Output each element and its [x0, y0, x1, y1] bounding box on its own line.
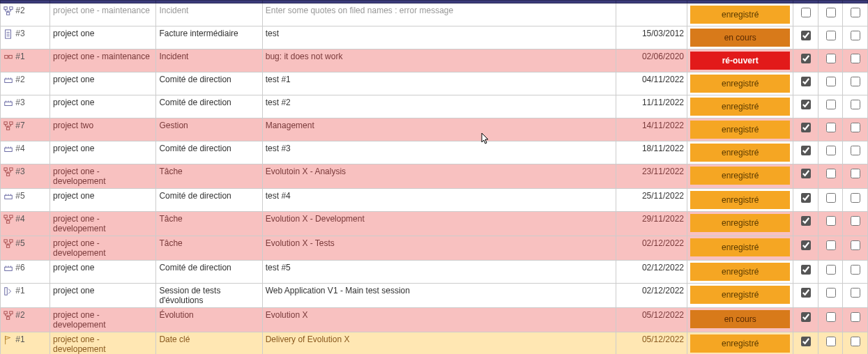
row-date: 11/11/2022: [616, 95, 687, 118]
row-checkbox-1[interactable]: [801, 337, 811, 346]
row-checkbox-3[interactable]: [851, 337, 860, 346]
row-project: project one - maintenance: [50, 49, 156, 72]
row-checkbox-3[interactable]: [851, 312, 860, 322]
row-checkbox-1[interactable]: [801, 265, 811, 275]
row-checkbox-1[interactable]: [801, 77, 811, 86]
row-checkbox-2[interactable]: [826, 312, 836, 322]
row-name: Evolutoin X - Analysis: [262, 164, 616, 189]
row-checkbox-3[interactable]: [851, 77, 860, 86]
row-checkbox-3[interactable]: [851, 54, 860, 63]
row-date: 04/11/2022: [616, 72, 687, 95]
row-checkbox-3[interactable]: [851, 240, 860, 250]
row-checkbox-1[interactable]: [801, 240, 811, 250]
svg-rect-18: [6, 221, 9, 224]
row-type-icon: [3, 167, 13, 176]
row-type-icon: [3, 98, 13, 107]
row-checkbox-2[interactable]: [826, 146, 836, 155]
row-checkbox-2[interactable]: [826, 100, 836, 109]
table-row[interactable]: #2project oneComité de directiontest #10…: [1, 72, 868, 95]
row-name: Management: [262, 118, 616, 141]
row-checkbox-2[interactable]: [826, 169, 836, 178]
table-row[interactable]: #1project one - developementDate cléDeli…: [1, 332, 868, 355]
row-date: 23/11/2022: [616, 164, 687, 189]
row-type: Comité de direction: [156, 141, 262, 164]
row-id: #2: [15, 75, 24, 84]
row-checkbox-1[interactable]: [801, 146, 811, 155]
row-checkbox-3[interactable]: [851, 123, 860, 132]
table-row[interactable]: #3project one - developementTâcheEvoluto…: [1, 164, 868, 189]
row-name: test: [262, 26, 616, 49]
row-project: project one - developement: [50, 164, 156, 189]
table-row[interactable]: #4project one - developementTâcheEvoluti…: [1, 212, 868, 236]
row-date: 14/11/2022: [616, 118, 687, 141]
table-row[interactable]: #1project oneSession de tests d'évolutio…: [1, 284, 868, 308]
row-checkbox-3[interactable]: [851, 146, 860, 155]
row-checkbox-3[interactable]: [851, 100, 860, 109]
row-checkbox-1[interactable]: [801, 193, 811, 203]
row-id: #4: [15, 214, 24, 224]
row-name: Enter some quotes on filed names : error…: [262, 3, 616, 26]
row-project: project one - maintenance: [50, 3, 156, 26]
row-checkbox-1[interactable]: [801, 8, 811, 17]
row-type: Tâche: [156, 212, 262, 236]
row-date: 25/11/2022: [616, 189, 687, 212]
svg-rect-22: [5, 267, 13, 270]
row-checkbox-1[interactable]: [801, 123, 811, 132]
row-checkbox-2[interactable]: [826, 193, 836, 203]
row-checkbox-2[interactable]: [826, 77, 836, 86]
svg-rect-20: [10, 240, 13, 243]
row-type: Comité de direction: [156, 189, 262, 212]
row-type: Évolution: [156, 308, 262, 332]
row-type: Session de tests d'évolutions: [156, 284, 262, 308]
row-checkbox-3[interactable]: [851, 193, 860, 203]
row-id: #4: [15, 144, 24, 153]
svg-rect-26: [6, 317, 9, 320]
row-checkbox-1[interactable]: [801, 54, 811, 63]
table-row[interactable]: #5project oneComité de directiontest #42…: [1, 189, 868, 212]
row-checkbox-1[interactable]: [801, 288, 811, 298]
status-badge: ré-ouvert: [690, 52, 790, 70]
svg-rect-21: [6, 245, 9, 248]
row-checkbox-3[interactable]: [851, 169, 860, 178]
table-row[interactable]: #5project one - developementTâcheEvoluti…: [1, 236, 868, 261]
row-checkbox-3[interactable]: [851, 8, 860, 17]
table-row[interactable]: #7project twoGestionManagement14/11/2022…: [1, 118, 868, 141]
row-checkbox-3[interactable]: [851, 216, 860, 226]
table-row[interactable]: #6project oneComité de directiontest #50…: [1, 261, 868, 284]
row-checkbox-2[interactable]: [826, 288, 836, 298]
row-checkbox-1[interactable]: [801, 100, 811, 109]
svg-rect-5: [9, 55, 12, 58]
row-checkbox-2[interactable]: [826, 54, 836, 63]
row-checkbox-2[interactable]: [826, 240, 836, 250]
row-checkbox-2[interactable]: [826, 216, 836, 226]
table-row[interactable]: #3project oneComité de directiontest #21…: [1, 95, 868, 118]
row-checkbox-2[interactable]: [826, 8, 836, 17]
row-checkbox-2[interactable]: [826, 337, 836, 346]
row-checkbox-3[interactable]: [851, 31, 860, 40]
row-checkbox-2[interactable]: [826, 265, 836, 275]
row-name: Evolution X - Development: [262, 212, 616, 236]
table-row[interactable]: #1project one - maintenanceIncidentbug: …: [1, 49, 868, 72]
row-checkbox-3[interactable]: [851, 288, 860, 298]
table-row[interactable]: #2project one - maintenanceIncidentEnter…: [1, 3, 868, 26]
row-project: project one - developement: [50, 308, 156, 332]
row-id: #5: [15, 191, 24, 201]
row-checkbox-2[interactable]: [826, 31, 836, 40]
row-checkbox-3[interactable]: [851, 265, 860, 275]
svg-rect-16: [4, 215, 7, 218]
row-checkbox-1[interactable]: [801, 312, 811, 322]
table-row[interactable]: #2project one - developementÉvolutionEvo…: [1, 308, 868, 332]
row-checkbox-1[interactable]: [801, 31, 811, 40]
row-checkbox-1[interactable]: [801, 216, 811, 226]
table-row[interactable]: #3project oneFacture intermédiairetest15…: [1, 26, 868, 49]
table-row[interactable]: #4project oneComité de directiontest #31…: [1, 141, 868, 164]
row-checkbox-1[interactable]: [801, 169, 811, 178]
row-date: 05/12/2022: [616, 332, 687, 355]
row-project: project one - developement: [50, 236, 156, 261]
row-id: #6: [15, 263, 24, 272]
row-name: test #4: [262, 189, 616, 212]
row-checkbox-2[interactable]: [826, 123, 836, 132]
svg-rect-10: [6, 128, 9, 130]
svg-rect-12: [4, 168, 7, 171]
row-type-icon: [3, 29, 13, 38]
